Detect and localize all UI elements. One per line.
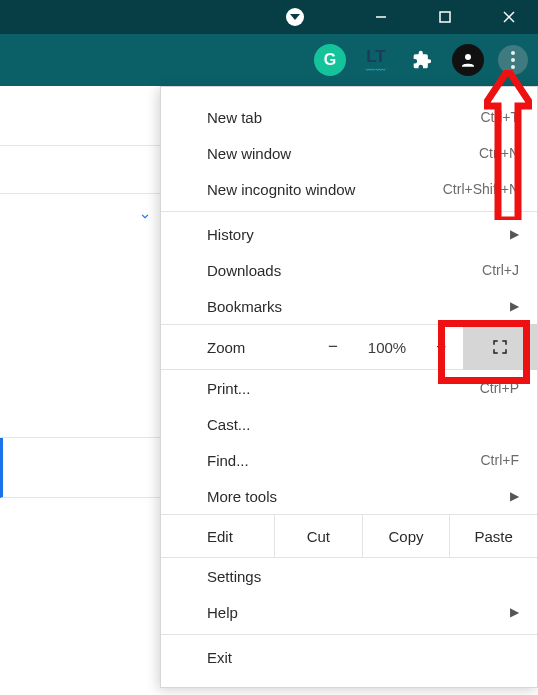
close-button[interactable]	[486, 0, 532, 34]
menu-label: Cast...	[207, 416, 250, 433]
menu-item-more-tools[interactable]: More tools ▶	[161, 478, 537, 514]
menu-item-new-window[interactable]: New window Ctrl+N	[161, 135, 537, 171]
menu-kebab-button[interactable]	[498, 45, 528, 75]
page-card-active	[0, 438, 160, 498]
submenu-chevron-icon: ▶	[510, 299, 519, 313]
menu-shortcut: Ctrl+T	[481, 109, 520, 125]
browser-main-menu: New tab Ctrl+T New window Ctrl+N New inc…	[160, 86, 538, 688]
menu-item-new-tab[interactable]: New tab Ctrl+T	[161, 99, 537, 135]
menu-item-zoom: Zoom − 100% +	[161, 324, 537, 370]
menu-shortcut: Ctrl+J	[482, 262, 519, 278]
menu-label: New incognito window	[207, 181, 355, 198]
svg-rect-1	[440, 12, 450, 22]
zoom-out-button[interactable]: −	[328, 337, 338, 357]
menu-label: Help	[207, 604, 238, 621]
profile-avatar-icon[interactable]	[452, 44, 484, 76]
menu-shortcut: Ctrl+F	[481, 452, 520, 468]
paste-button[interactable]: Paste	[450, 515, 537, 557]
menu-label: Exit	[207, 649, 232, 666]
menu-item-print[interactable]: Print... Ctrl+P	[161, 370, 537, 406]
menu-item-bookmarks[interactable]: Bookmarks ▶	[161, 288, 537, 324]
tab-dropdown-icon[interactable]	[286, 8, 304, 26]
menu-item-downloads[interactable]: Downloads Ctrl+J	[161, 252, 537, 288]
menu-item-exit[interactable]: Exit	[161, 639, 537, 675]
menu-item-new-incognito[interactable]: New incognito window Ctrl+Shift+N	[161, 171, 537, 207]
menu-label: Bookmarks	[207, 298, 282, 315]
menu-shortcut: Ctrl+Shift+N	[443, 181, 519, 197]
page-card	[0, 86, 160, 146]
menu-separator	[161, 634, 537, 635]
zoom-label: Zoom	[161, 339, 311, 356]
menu-label: Settings	[207, 568, 261, 585]
lt-wave-icon: ﹏﹏	[366, 62, 386, 72]
menu-item-find[interactable]: Find... Ctrl+F	[161, 442, 537, 478]
menu-shortcut: Ctrl+P	[480, 380, 519, 396]
svg-point-4	[465, 54, 471, 60]
disclosure-chevron[interactable]	[0, 194, 160, 238]
page-card	[0, 498, 160, 695]
menu-item-history[interactable]: History ▶	[161, 216, 537, 252]
zoom-percent: 100%	[368, 339, 406, 356]
menu-label: Print...	[207, 380, 250, 397]
menu-item-edit-row: Edit Cut Copy Paste	[161, 514, 537, 558]
extensions-icon[interactable]	[406, 44, 438, 76]
menu-label: New window	[207, 145, 291, 162]
grammarly-extension-icon[interactable]: G	[314, 44, 346, 76]
window-titlebar	[0, 0, 538, 34]
languagetool-extension-icon[interactable]: LT ﹏﹏	[360, 44, 392, 76]
copy-button[interactable]: Copy	[363, 515, 451, 557]
page-card	[0, 238, 160, 438]
page-background	[0, 86, 160, 695]
page-card	[0, 146, 160, 194]
submenu-chevron-icon: ▶	[510, 605, 519, 619]
menu-label: Find...	[207, 452, 249, 469]
menu-shortcut: Ctrl+N	[479, 145, 519, 161]
menu-item-cast[interactable]: Cast...	[161, 406, 537, 442]
menu-separator	[161, 211, 537, 212]
cut-button[interactable]: Cut	[275, 515, 363, 557]
edit-label: Edit	[161, 515, 275, 557]
menu-label: History	[207, 226, 254, 243]
menu-label: Downloads	[207, 262, 281, 279]
browser-toolbar: G LT ﹏﹏	[0, 34, 538, 86]
menu-label: More tools	[207, 488, 277, 505]
menu-item-settings[interactable]: Settings	[161, 558, 537, 594]
menu-item-help[interactable]: Help ▶	[161, 594, 537, 630]
maximize-button[interactable]	[422, 0, 468, 34]
menu-label: New tab	[207, 109, 262, 126]
minimize-button[interactable]	[358, 0, 404, 34]
submenu-chevron-icon: ▶	[510, 227, 519, 241]
fullscreen-button[interactable]	[463, 324, 537, 370]
zoom-in-button[interactable]: +	[436, 337, 446, 357]
submenu-chevron-icon: ▶	[510, 489, 519, 503]
